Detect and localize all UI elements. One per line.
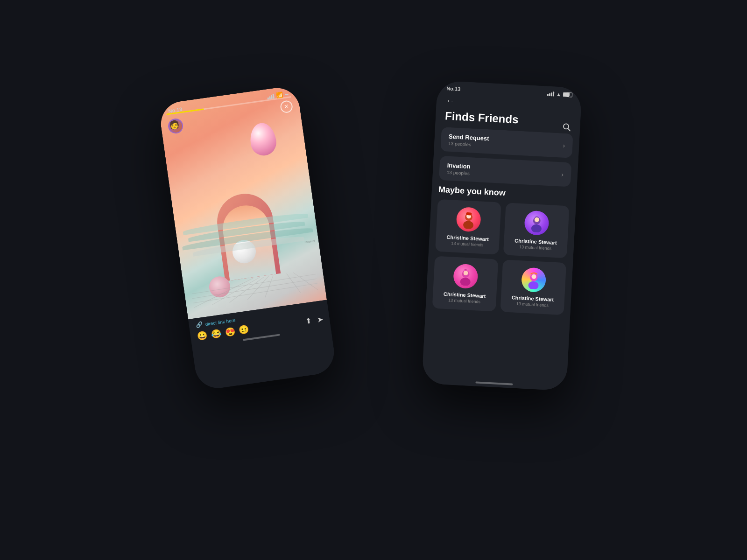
avatar-svg-1 — [459, 210, 479, 229]
invation-subtitle: 13 peoples — [447, 170, 470, 176]
send-request-content: Send Request 13 peoples — [448, 133, 489, 148]
bar4 — [553, 91, 555, 96]
invation-content: Invation 13 peoples — [447, 162, 471, 176]
chevron-right-icon: › — [563, 142, 565, 149]
back-button[interactable]: ← — [445, 96, 572, 112]
send-request-title: Send Request — [449, 133, 489, 142]
friend-mutual-4: 13 mutual friends — [516, 301, 549, 308]
send-request-subtitle: 13 peoples — [448, 141, 489, 148]
bar2 — [549, 93, 550, 96]
phone2-battery-icon — [563, 92, 572, 97]
svg-line-1 — [209, 277, 263, 305]
avatar-emoji: 🧑 — [168, 119, 180, 130]
home-indicator-1 — [243, 334, 280, 341]
maybe-you-know-title: Maybe you know — [438, 185, 570, 202]
finds-title: Finds Friends — [445, 109, 571, 129]
search-button[interactable] — [562, 122, 572, 134]
avatar-svg-4 — [524, 270, 543, 290]
friend-mutual-2: 13 mutual friends — [519, 245, 551, 251]
invation-title: Invation — [447, 162, 471, 170]
phone-2: No.13 ▲ ← Finds Friends — [422, 80, 582, 391]
phone2-status-icons: ▲ — [547, 91, 572, 98]
friend-face-3 — [453, 264, 479, 289]
friend-card-4[interactable]: Christine Stewart 13 mutual friends — [500, 259, 566, 315]
friend-card-2[interactable]: Christine Stewart 13 mutual friends — [503, 203, 570, 258]
bar3 — [551, 92, 552, 96]
avatar-svg-3 — [456, 266, 475, 286]
bar1 — [547, 94, 549, 96]
back-icon: ← — [445, 96, 454, 105]
friend-avatar-3 — [453, 264, 479, 289]
svg-point-21 — [460, 277, 471, 286]
emoji-4[interactable]: 😐 — [238, 324, 250, 336]
phone2-wifi-icon: ▲ — [556, 91, 562, 98]
friend-avatar-2 — [524, 210, 550, 236]
phone2-signal-bars — [547, 91, 555, 97]
friend-face-2 — [524, 210, 550, 236]
phone2-status-text: No.13 — [446, 85, 461, 92]
svg-line-8 — [193, 283, 318, 303]
link-icon: 🔗 — [195, 321, 203, 329]
svg-line-0 — [190, 278, 256, 308]
phone-1: No.13 📶 🧑 — [158, 85, 337, 391]
search-icon — [562, 122, 572, 132]
phone2-scroll: Send Request 13 peoples › Invation 13 pe… — [422, 126, 580, 383]
emoji-2[interactable]: 😂 — [211, 328, 222, 340]
post-image: rawpixel — [158, 85, 327, 319]
close-icon: ✕ — [284, 103, 289, 110]
send-icon[interactable]: ➤ — [316, 315, 324, 324]
svg-line-7 — [293, 269, 318, 293]
friend-face-4 — [521, 267, 547, 293]
bar4 — [273, 94, 275, 98]
emoji-3[interactable]: 😍 — [224, 326, 236, 338]
home-indicator-2 — [475, 381, 513, 385]
friend-face-1 — [456, 207, 481, 232]
svg-rect-16 — [466, 212, 472, 216]
friends-grid: Christine Stewart 13 mutual friends — [432, 199, 570, 315]
friend-card-1[interactable]: Christine Stewart 13 mutual friends — [435, 199, 501, 255]
action-icons: ⬆ ➤ — [305, 315, 324, 326]
emoji-1[interactable]: 😀 — [197, 330, 208, 342]
friend-avatar-4 — [521, 267, 547, 293]
svg-point-24 — [528, 281, 539, 290]
sphere-top-right — [248, 121, 278, 157]
svg-line-9 — [192, 279, 317, 299]
avatar-svg-2 — [527, 213, 547, 233]
svg-line-5 — [280, 274, 282, 295]
friend-avatar-1 — [456, 207, 481, 232]
post-gradient: rawpixel — [158, 85, 327, 319]
invation-chevron-icon: › — [561, 170, 564, 178]
friend-card-3[interactable]: Christine Stewart 13 mutual friends — [432, 256, 499, 312]
friend-mutual-3: 13 mutual friends — [448, 298, 480, 304]
invation-card[interactable]: Invation 13 peoples › — [439, 156, 571, 187]
link-text[interactable]: direct link here — [205, 317, 236, 327]
friend-mutual-1: 13 mutual friends — [451, 241, 483, 247]
svg-point-14 — [463, 221, 474, 230]
svg-point-18 — [531, 224, 542, 233]
battery-icon — [285, 94, 289, 95]
svg-line-10 — [191, 274, 317, 294]
share-icon[interactable]: ⬆ — [305, 316, 312, 326]
svg-line-12 — [568, 129, 570, 131]
scene: No.13 📶 🧑 — [163, 70, 584, 490]
svg-line-4 — [262, 275, 276, 298]
